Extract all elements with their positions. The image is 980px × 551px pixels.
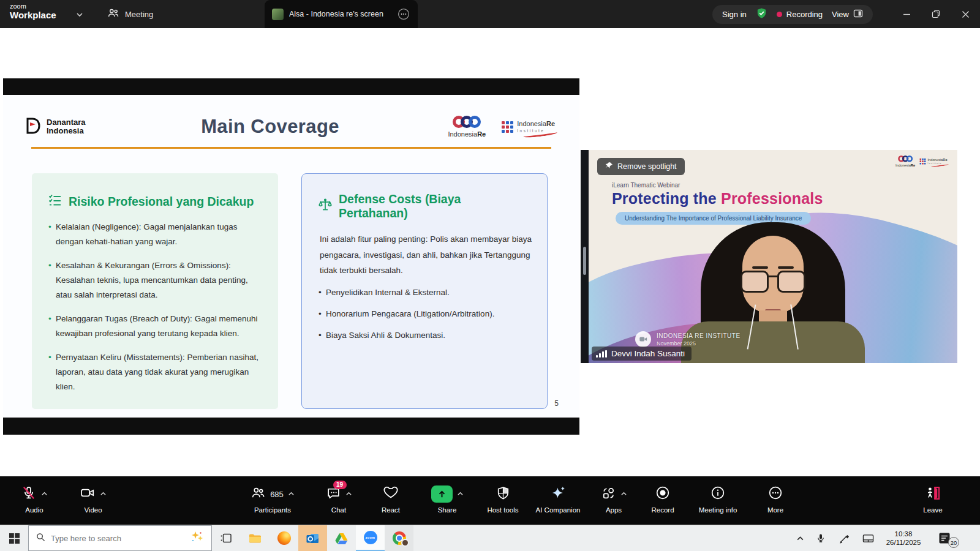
- participants-icon: [251, 485, 266, 503]
- clock-date: 26/11/2025: [886, 538, 921, 547]
- ellipsis-icon: [767, 485, 783, 503]
- indonesiare-institute-logo: IndonesiaRe Institute: [502, 116, 555, 133]
- titlebar-status-cluster: Sign in Recording View: [712, 5, 873, 24]
- chat-button[interactable]: 19 Chat: [309, 484, 368, 514]
- tray-pen-icon[interactable]: [835, 525, 853, 551]
- checklist-icon: [48, 193, 62, 211]
- tray-chevron-icon[interactable]: [791, 525, 809, 551]
- institute-dotgrid-icon: [502, 121, 513, 133]
- view-button[interactable]: View: [832, 9, 863, 20]
- card-right-intro: Ini adalah fitur paling penting: Polis a…: [318, 231, 532, 279]
- ai-sparkle-icon: [550, 485, 567, 504]
- apps-options-chevron[interactable]: [620, 489, 627, 500]
- recording-label: Recording: [786, 10, 823, 19]
- more-button[interactable]: More: [746, 484, 805, 514]
- audio-level-icon: [596, 350, 607, 358]
- task-view-button[interactable]: [212, 525, 241, 551]
- video-corner-logos: IndonesiaRe IndonesiaRe Institute: [895, 156, 948, 167]
- danantara-flag-icon: [25, 118, 42, 137]
- sign-in-button[interactable]: Sign in: [722, 10, 747, 19]
- participants-options-chevron[interactable]: [288, 489, 295, 500]
- chrome-icon[interactable]: [385, 525, 413, 551]
- danantara-logo: Danantara Indonesia: [25, 118, 123, 137]
- tray-touchpad-icon[interactable]: [859, 525, 877, 551]
- taskbar-clock[interactable]: 10:38 26/11/2025: [880, 525, 927, 551]
- camera-badge-icon: [635, 331, 651, 347]
- share-button[interactable]: Share: [418, 484, 477, 514]
- taskbar-search-box[interactable]: [28, 525, 212, 551]
- react-button[interactable]: React: [361, 484, 420, 514]
- bullet-item: Pelanggaran Tugas (Breach of Duty): Gaga…: [48, 312, 263, 341]
- avatar: [272, 9, 284, 20]
- windows-taskbar: zoom 10:38 26/11/2025 20: [0, 525, 980, 551]
- video-button[interactable]: Video: [64, 484, 123, 514]
- panel-resize-handle[interactable]: [583, 247, 586, 275]
- google-drive-icon[interactable]: [327, 525, 356, 551]
- info-icon: [710, 485, 726, 503]
- start-button[interactable]: [0, 525, 28, 551]
- remove-spotlight-button[interactable]: Remove spotlight: [597, 158, 685, 175]
- bullet-item: Kelalaian (Negligence): Gagal menjalanka…: [48, 220, 263, 249]
- tab-meeting-label: Meeting: [125, 10, 153, 19]
- glasses: [737, 271, 809, 293]
- chevron-down-icon[interactable]: [76, 10, 83, 21]
- host-tools-button[interactable]: Host tools: [473, 484, 532, 514]
- share-screen-icon: [431, 485, 453, 503]
- recording-dot-icon: [777, 12, 782, 17]
- minimize-button[interactable]: [892, 0, 921, 28]
- search-highlights-icon[interactable]: [189, 530, 205, 546]
- tray-mic-icon[interactable]: [812, 525, 829, 551]
- notification-center-button[interactable]: 20: [929, 525, 960, 551]
- record-button[interactable]: Record: [633, 484, 692, 514]
- view-layout-icon: [853, 9, 863, 20]
- mic-muted-icon: [21, 485, 37, 503]
- view-label: View: [832, 10, 849, 19]
- danantara-logo-text: Danantara Indonesia: [47, 118, 86, 136]
- close-button[interactable]: [951, 0, 980, 28]
- notification-count-badge: 20: [948, 537, 959, 548]
- presentation-slide: Danantara Indonesia Main Coverage Indone…: [3, 95, 579, 418]
- participant-nametag: Devvi Indah Susanti: [592, 347, 692, 361]
- file-explorer-icon[interactable]: [241, 525, 270, 551]
- brand-line-workplace: Workplace: [10, 10, 56, 20]
- tab-meeting[interactable]: Meeting: [107, 0, 153, 28]
- spotlight-video-tile[interactable]: iLearn Thematic Webinar Protecting the P…: [589, 150, 957, 363]
- zoom-app-icon[interactable]: zoom: [356, 525, 385, 551]
- leave-button[interactable]: Leave: [903, 484, 962, 514]
- watermark-line1: INDONESIA RE INSTITUTE: [657, 332, 741, 339]
- restore-button[interactable]: [921, 0, 951, 28]
- card-defense-costs: Defense Costs (Biaya Pertahanan) Ini ada…: [301, 173, 548, 409]
- slide-header: Danantara Indonesia Main Coverage Indone…: [3, 95, 579, 138]
- firefox-icon[interactable]: [270, 525, 298, 551]
- tab-shared-screen[interactable]: Alsa - Indonesia re's screen: [265, 0, 418, 28]
- search-input[interactable]: [51, 534, 184, 543]
- chat-options-chevron[interactable]: [345, 489, 352, 500]
- bullet-item: Honorarium Pengacara (Litigation/Arbitra…: [318, 307, 532, 321]
- meeting-info-button[interactable]: Meeting info: [688, 484, 747, 514]
- outlook-icon[interactable]: [298, 525, 327, 551]
- zoom-workplace-window: zoom Workplace Meeting Alsa - Indonesia …: [0, 0, 980, 551]
- bullet-item: Kesalahan & Kekurangan (Errors & Omissio…: [48, 258, 263, 302]
- meeting-toolbar: Audio Video: [0, 476, 980, 525]
- video-watermark: INDONESIA RE INSTITUTE November 2025: [635, 331, 741, 347]
- audio-button[interactable]: Audio: [5, 484, 64, 514]
- slide-page-number: 5: [554, 399, 559, 408]
- video-options-chevron[interactable]: [100, 489, 107, 500]
- participants-button[interactable]: 685 Participants: [243, 484, 302, 514]
- tab-options-icon[interactable]: [397, 7, 410, 21]
- participants-count: 685: [270, 490, 284, 499]
- indonesiare-logo: IndonesiaRe: [448, 116, 486, 138]
- chat-unread-badge: 19: [333, 481, 347, 489]
- shield-icon: [496, 485, 511, 503]
- panel-resize-strip: [581, 150, 589, 363]
- people-icon: [107, 7, 119, 21]
- shield-check-icon[interactable]: [756, 7, 767, 21]
- bullet-item: Pernyataan Keliru (Misstatements): Pembe…: [48, 350, 263, 394]
- share-options-chevron[interactable]: [457, 489, 464, 500]
- audio-options-chevron[interactable]: [41, 489, 48, 500]
- card-risiko-profesional: Risiko Profesional yang Dicakup Kelalaia…: [32, 173, 278, 409]
- zoom-workplace-logo: zoom Workplace: [10, 3, 56, 20]
- ai-companion-button[interactable]: AI Companion: [529, 484, 587, 514]
- search-icon: [36, 533, 45, 544]
- bullet-item: Biaya Saksi Ahli & Dokumentasi.: [318, 328, 532, 343]
